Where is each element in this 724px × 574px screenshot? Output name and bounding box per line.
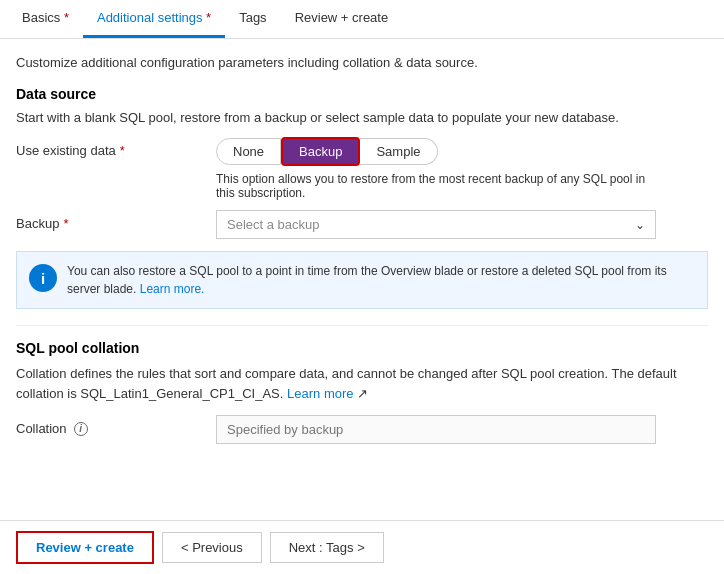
option-backup[interactable]: Backup	[281, 137, 360, 166]
use-existing-label: Use existing data *	[16, 137, 216, 158]
backup-row: Backup * Select a backup ⌄	[16, 210, 708, 239]
required-star: *	[120, 143, 125, 158]
collation-row: Collation i	[16, 415, 708, 444]
info-box: i You can also restore a SQL pool to a p…	[16, 251, 708, 309]
info-box-text: You can also restore a SQL pool to a poi…	[67, 262, 695, 298]
collation-description: Collation defines the rules that sort an…	[16, 364, 708, 403]
option-none[interactable]: None	[216, 138, 281, 165]
collation-input[interactable]	[216, 415, 656, 444]
main-content: Customize additional configuration param…	[0, 39, 724, 462]
chevron-down-icon: ⌄	[635, 218, 645, 232]
tab-tags[interactable]: Tags	[225, 0, 280, 38]
use-existing-control: None Backup Sample This option allows yo…	[216, 137, 708, 200]
data-source-title: Data source	[16, 86, 708, 102]
backup-control: Select a backup ⌄	[216, 210, 708, 239]
info-learn-more-link[interactable]: Learn more.	[140, 282, 205, 296]
option-buttons: None Backup Sample	[216, 137, 708, 166]
backup-option-text: This option allows you to restore from t…	[216, 172, 656, 200]
previous-button[interactable]: < Previous	[162, 532, 262, 563]
use-existing-data-row: Use existing data * None Backup Sample T…	[16, 137, 708, 200]
tab-additional-settings[interactable]: Additional settings	[83, 0, 225, 38]
tab-bar: Basics Additional settings Tags Review +…	[0, 0, 724, 39]
backup-label: Backup *	[16, 210, 216, 231]
collation-learn-more-link[interactable]: Learn more	[287, 386, 353, 401]
collation-title: SQL pool collation	[16, 340, 708, 356]
tab-basics[interactable]: Basics	[8, 0, 83, 38]
collation-label: Collation i	[16, 415, 216, 436]
next-button[interactable]: Next : Tags >	[270, 532, 384, 563]
backup-placeholder: Select a backup	[227, 217, 320, 232]
review-create-button[interactable]: Review + create	[16, 531, 154, 564]
backup-required-star: *	[63, 216, 68, 231]
backup-dropdown[interactable]: Select a backup ⌄	[216, 210, 656, 239]
collation-control	[216, 415, 708, 444]
collation-info-icon[interactable]: i	[74, 422, 88, 436]
footer: Review + create < Previous Next : Tags >	[0, 520, 724, 574]
tab-review-create[interactable]: Review + create	[281, 0, 403, 38]
option-sample[interactable]: Sample	[360, 138, 437, 165]
section-divider	[16, 325, 708, 326]
intro-text: Customize additional configuration param…	[16, 55, 708, 70]
info-icon: i	[29, 264, 57, 292]
data-source-description: Start with a blank SQL pool, restore fro…	[16, 110, 708, 125]
